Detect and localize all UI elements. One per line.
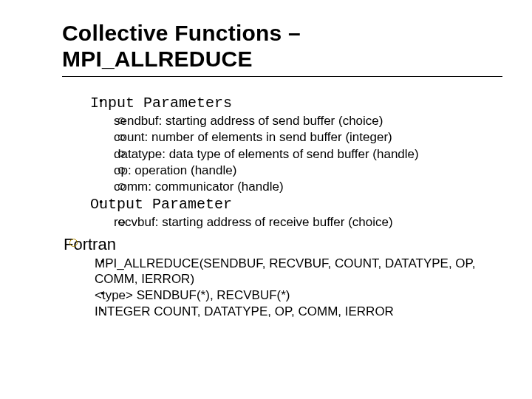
- title-line-2: MPI_ALLREDUCE: [62, 47, 253, 71]
- fortran-line-2: <type> SENDBUF(*), RECVBUF(*): [95, 287, 502, 303]
- title-divider: [62, 76, 502, 77]
- fortran-line-1: MPI_ALLREDUCE(SENDBUF, RECVBUF, COUNT, D…: [95, 256, 502, 287]
- slide-title: Collective Functions – MPI_ALLREDUCE: [62, 21, 502, 72]
- output-parameter-label: Output Parameter: [90, 196, 232, 213]
- input-param-op: op: operation (handle): [114, 163, 502, 178]
- output-parameter-item: Output Parameter recvbuf: starting addre…: [90, 196, 502, 230]
- fortran-sublist: MPI_ALLREDUCE(SENDBUF, RECVBUF, COUNT, D…: [64, 256, 502, 320]
- title-line-1: Collective Functions –: [62, 21, 301, 45]
- fortran-line-3: INTEGER COUNT, DATATYPE, OP, COMM, IERRO…: [95, 304, 502, 319]
- input-parameters-sublist: sendbuf: starting address of send buffer…: [90, 113, 502, 194]
- input-param-sendbuf: sendbuf: starting address of send buffer…: [114, 113, 502, 129]
- fortran-list: Fortran MPI_ALLREDUCE(SENDBUF, RECVBUF, …: [41, 235, 502, 320]
- input-param-datatype: datatype: data type of elements of send …: [114, 146, 502, 162]
- output-param-recvbuf: recvbuf: starting address of receive buf…: [114, 214, 502, 230]
- slide: Collective Functions – MPI_ALLREDUCE Inp…: [0, 0, 532, 399]
- body-list: Input Parameters sendbuf: starting addre…: [62, 95, 502, 231]
- fortran-item: Fortran MPI_ALLREDUCE(SENDBUF, RECVBUF, …: [64, 235, 502, 320]
- input-param-comm: comm: communicator (handle): [114, 179, 502, 194]
- input-param-count: count: number of elements in send buffer…: [114, 129, 502, 145]
- output-parameter-sublist: recvbuf: starting address of receive buf…: [90, 214, 502, 230]
- circle-bullet-icon: [69, 239, 78, 247]
- input-parameters-item: Input Parameters sendbuf: starting addre…: [90, 95, 502, 194]
- input-parameters-label: Input Parameters: [90, 95, 232, 112]
